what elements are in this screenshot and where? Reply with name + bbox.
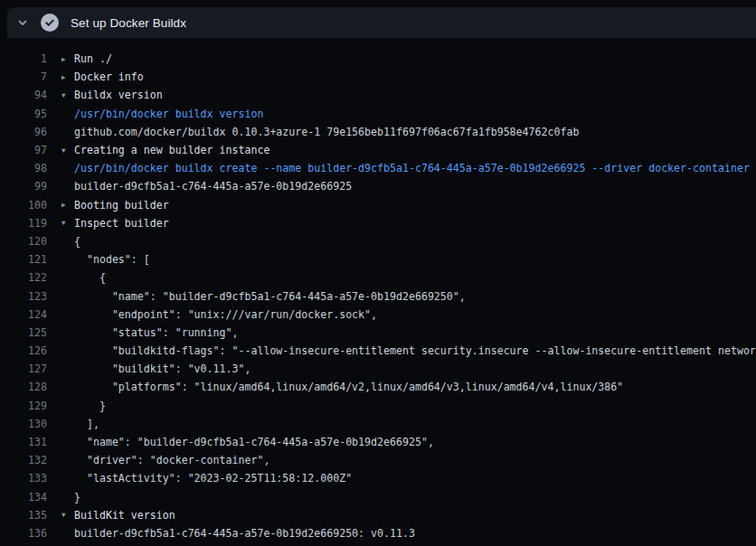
log-line[interactable]: 97 ▼ Creating a new builder instance [0,141,756,159]
line-text: github.com/docker/buildx 0.10.3+azure-1 … [74,126,756,138]
check-circle-icon [40,7,60,38]
line-number[interactable]: 131 [0,436,47,448]
line-number[interactable]: 127 [0,362,47,375]
line-text: { [74,271,756,284]
line-text: "nodes": [ [74,253,756,266]
line-text: builder-d9cfb5a1-c764-445a-a57e-0b19d2e6… [74,527,756,540]
line-number[interactable]: 130 [0,418,47,430]
log-line[interactable]: 1 ▶ Run ./ [0,50,756,68]
log-line: 130 ], [0,415,756,433]
line-number[interactable]: 94 [0,89,47,101]
line-number[interactable]: 120 [0,235,47,248]
line-text: } [74,400,756,412]
line-number[interactable]: 96 [0,126,47,138]
line-text: "driver": "docker-container", [74,454,756,466]
line-text: { [74,235,756,248]
line-text[interactable]: Buildx version [74,89,756,101]
line-text: } [74,491,756,504]
chevron-collapsed-icon[interactable]: ▶ [61,55,74,63]
line-text: "lastActivity": "2023-02-25T11:58:12.000… [74,472,756,485]
log-line[interactable]: 100 ▶ Booting builder [0,196,756,214]
line-text: /usr/bin/docker buildx create --name bui… [74,162,756,174]
line-number[interactable]: 100 [0,199,47,212]
line-text: "platforms": "linux/amd64,linux/amd64/v2… [74,381,756,393]
log-line[interactable]: 119 ▼ Inspect builder [0,214,756,232]
line-text: "endpoint": "unix:///var/run/docker.sock… [74,308,756,321]
log-line: 126 "buildkitd-flags": "--allow-insecure… [0,342,756,360]
log-line: 123 "name": "builder-d9cfb5a1-c764-445a-… [0,287,756,305]
line-text: ], [74,418,756,430]
step-header[interactable]: Set up Docker Buildx [7,7,756,38]
line-number[interactable]: 135 [0,509,47,522]
line-text: "name": "builder-d9cfb5a1-c764-445a-a57e… [74,290,756,303]
log-line: 99 builder-d9cfb5a1-c764-445a-a57e-0b19d… [0,177,756,195]
log-line: 95 /usr/bin/docker buildx version [0,105,756,123]
line-number[interactable]: 98 [0,162,47,174]
line-number[interactable]: 124 [0,308,47,321]
log-line: 129 } [0,397,756,415]
chevron-expanded-icon[interactable]: ▼ [61,91,74,99]
log-line: 125 "status": "running", [0,324,756,342]
line-text[interactable]: Run ./ [74,52,756,65]
chevron-expanded-icon[interactable]: ▼ [61,146,74,155]
line-number[interactable]: 136 [0,527,47,540]
line-number[interactable]: 7 [0,71,47,83]
log-line[interactable]: 94 ▼ Buildx version [0,86,756,104]
log-line: 98 /usr/bin/docker buildx create --name … [0,159,756,177]
line-number[interactable]: 133 [0,472,47,485]
log-line[interactable]: 7 ▶ Docker info [0,68,756,86]
log-line: 96 github.com/docker/buildx 0.10.3+azure… [0,123,756,141]
line-text[interactable]: Creating a new builder instance [74,144,756,156]
line-text: "buildkit": "v0.11.3", [74,362,756,375]
log-line: 120 { [0,232,756,250]
line-text: /usr/bin/docker buildx version [74,108,756,120]
line-text: "status": "running", [74,326,756,339]
line-number[interactable]: 129 [0,400,47,412]
chevron-expanded-icon[interactable]: ▼ [61,219,74,227]
log-line: 131 "name": "builder-d9cfb5a1-c764-445a-… [0,433,756,451]
log-line: 124 "endpoint": "unix:///var/run/docker.… [0,306,756,324]
line-number[interactable]: 125 [0,326,47,339]
line-number[interactable]: 126 [0,344,47,357]
line-number[interactable]: 119 [0,217,47,230]
log-lines: 1 ▶ Run ./ 7 ▶ Docker info 94 ▼ Buildx v… [0,38,756,546]
log-line: 133 "lastActivity": "2023-02-25T11:58:12… [0,469,756,487]
line-number[interactable]: 128 [0,381,47,393]
line-text[interactable]: BuildKit version [74,509,756,522]
line-text[interactable]: Booting builder [74,199,756,212]
line-number[interactable]: 95 [0,108,47,120]
line-number[interactable]: 132 [0,454,47,466]
line-number[interactable]: 99 [0,180,47,193]
line-number[interactable]: 123 [0,290,47,303]
log-line: 136 builder-d9cfb5a1-c764-445a-a57e-0b19… [0,524,756,542]
line-text: builder-d9cfb5a1-c764-445a-a57e-0b19d2e6… [74,180,756,193]
line-number[interactable]: 1 [0,52,47,65]
step-title: Set up Docker Buildx [71,16,186,30]
line-text: "name": "builder-d9cfb5a1-c764-445a-a57e… [74,436,756,448]
line-text[interactable]: Docker info [74,71,756,83]
log-line[interactable]: 135 ▼ BuildKit version [0,506,756,524]
actions-log-viewer: Set up Docker Buildx 1 ▶ Run ./ 7 ▶ Dock… [0,0,756,546]
chevron-expanded-icon[interactable]: ▼ [61,511,74,519]
line-number[interactable]: 122 [0,271,47,284]
log-line: 134 } [0,488,756,506]
line-number[interactable]: 97 [0,144,47,156]
log-line: 121 "nodes": [ [0,250,756,268]
line-text[interactable]: Inspect builder [74,217,756,230]
log-line: 128 "platforms": "linux/amd64,linux/amd6… [0,378,756,396]
line-text: "buildkitd-flags": "--allow-insecure-ent… [74,344,756,357]
chevron-collapsed-icon[interactable]: ▶ [61,201,74,209]
chevron-down-icon[interactable] [9,7,36,38]
line-number[interactable]: 121 [0,253,47,266]
log-line: 122 { [0,268,756,287]
line-number[interactable]: 134 [0,491,47,504]
log-line: 127 "buildkit": "v0.11.3", [0,360,756,378]
log-line: 132 "driver": "docker-container", [0,451,756,469]
chevron-collapsed-icon[interactable]: ▶ [61,73,74,81]
